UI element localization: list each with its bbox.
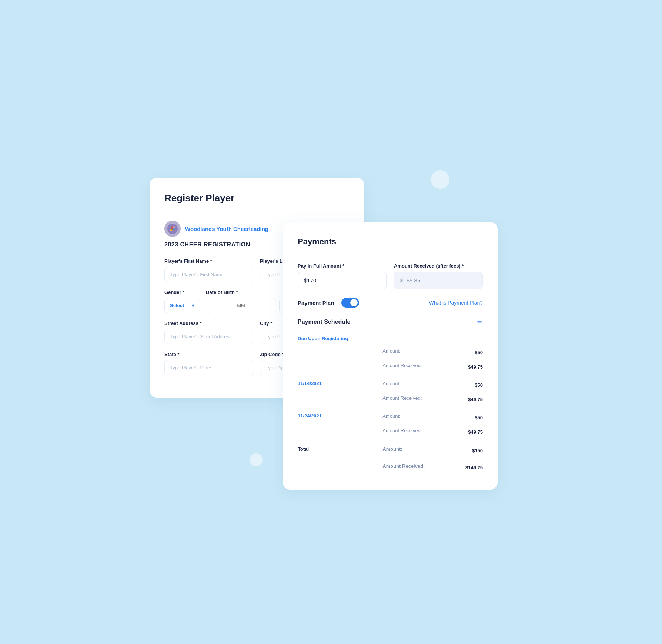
pay-in-full-input[interactable] xyxy=(298,272,387,289)
col-amount xyxy=(454,332,483,345)
amount-received-label: Amount Received (after fees) * xyxy=(394,263,483,269)
schedule-row-3: 11/24/2021 Amount: $50 xyxy=(298,409,483,425)
gender-select[interactable]: Select ▾ xyxy=(164,298,200,313)
scene: Register Player 🎉 Woodlands Youth Cheerl… xyxy=(127,155,535,489)
total-label: Total xyxy=(298,441,382,475)
street-address-group: Street Address * xyxy=(164,321,254,344)
gender-select-value: Select xyxy=(170,303,184,308)
pay-in-full-label: Pay In Full Amount * xyxy=(298,263,387,269)
first-name-input[interactable] xyxy=(164,267,254,282)
dob-month-input[interactable] xyxy=(206,298,276,313)
payment-plan-toggle[interactable] xyxy=(341,298,359,308)
payments-title: Payments xyxy=(298,237,483,246)
amount-received-field: Amount Received (after fees) * xyxy=(394,263,483,289)
total-received-label: Amount Received: xyxy=(382,458,454,475)
col-date: Due Upon Registering xyxy=(298,332,382,345)
schedule-date-2: 11/14/2021 xyxy=(298,376,382,409)
org-name: Woodlands Youth Cheerleading xyxy=(185,226,268,232)
schedule-amount-value-1: $50 xyxy=(454,345,483,360)
schedule-amount-label-3: Amount: xyxy=(382,409,454,425)
schedule-row-1: Amount: $50 xyxy=(298,345,483,360)
schedule-row-2: 11/14/2021 Amount: $50 xyxy=(298,376,483,392)
gender-group: Gender * Select ▾ xyxy=(164,289,200,313)
col-label xyxy=(382,332,454,345)
total-row: Total Amount: $150 xyxy=(298,441,483,458)
schedule-received-label-1: Amount Received: xyxy=(382,360,454,376)
schedule-received-label-3: Amount Received: xyxy=(382,425,454,441)
pay-in-full-row: Pay In Full Amount * Amount Received (af… xyxy=(298,263,483,289)
state-input[interactable] xyxy=(164,360,254,375)
schedule-received-label-2: Amount Received: xyxy=(382,392,454,409)
edit-icon[interactable]: ✏ xyxy=(477,318,483,326)
total-amount-value: $150 xyxy=(454,441,483,458)
register-title: Register Player xyxy=(164,192,350,204)
schedule-header-row: Due Upon Registering xyxy=(298,332,483,345)
schedule-table: Due Upon Registering Amount: $50 Amount … xyxy=(298,332,483,475)
payment-schedule-header: Payment Schedule ✏ xyxy=(298,318,483,326)
pay-in-full-field: Pay In Full Amount * xyxy=(298,263,387,289)
schedule-received-value-2: $49.75 xyxy=(454,392,483,409)
what-is-payment-plan-link[interactable]: What is Payment Plan? xyxy=(429,300,483,306)
schedule-received-value-3: $49.75 xyxy=(454,425,483,441)
total-received-value: $149.25 xyxy=(454,458,483,475)
schedule-amount-value-3: $50 xyxy=(454,409,483,425)
schedule-amount-label-1: Amount: xyxy=(382,345,454,360)
payment-schedule-title: Payment Schedule xyxy=(298,319,350,325)
payment-plan-toggle-group: Payment Plan xyxy=(298,298,359,308)
payment-plan-row: Payment Plan What is Payment Plan? xyxy=(298,298,483,308)
deco-circle-bottom xyxy=(250,453,263,466)
deco-circle-top xyxy=(431,170,449,189)
street-address-label: Street Address * xyxy=(164,321,254,326)
schedule-date-3: 11/24/2021 xyxy=(298,409,382,441)
svg-text:🎉: 🎉 xyxy=(170,226,175,232)
state-label: State * xyxy=(164,352,254,357)
payment-plan-label: Payment Plan xyxy=(298,300,334,306)
street-address-input[interactable] xyxy=(164,329,254,344)
payments-card: Payments Pay In Full Amount * Amount Rec… xyxy=(283,222,498,490)
payments-divider xyxy=(298,254,483,254)
state-group: State * xyxy=(164,352,254,375)
first-name-label: Player's First Name * xyxy=(164,258,254,264)
schedule-received-value-1: $49.75 xyxy=(454,360,483,376)
gender-label: Gender * xyxy=(164,289,200,295)
schedule-date-1 xyxy=(298,345,382,376)
amount-received-input xyxy=(394,272,483,289)
chevron-down-icon: ▾ xyxy=(192,303,194,308)
total-amount-label: Amount: xyxy=(382,441,454,458)
schedule-amount-label-2: Amount: xyxy=(382,376,454,392)
org-avatar: 🎉 xyxy=(164,221,181,237)
schedule-amount-value-2: $50 xyxy=(454,376,483,392)
card-divider xyxy=(164,213,350,213)
first-name-group: Player's First Name * xyxy=(164,258,254,282)
